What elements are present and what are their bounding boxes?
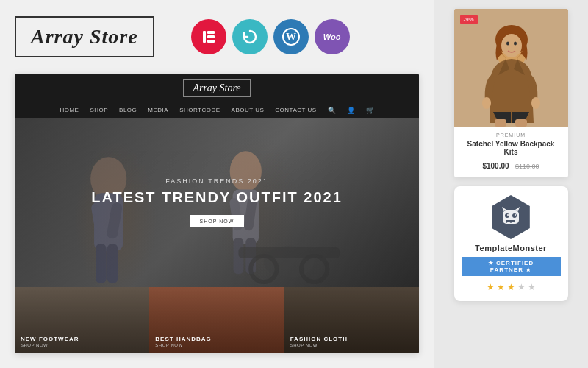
star-1: ★ [487, 282, 495, 292]
product-card: -9% [454, 9, 568, 177]
elementor-icon [191, 19, 226, 54]
logo-text: Array Store [31, 25, 138, 48]
tm-logo [489, 195, 533, 239]
svg-point-25 [531, 97, 540, 109]
product-price: $100.00 [482, 162, 509, 170]
store-preview: Array Store HOME SHOP BLOG MEDIA SHORTCO… [15, 74, 419, 353]
tm-monster-svg [499, 205, 523, 229]
svg-point-31 [514, 42, 517, 46]
product-info: PREMIUM Satchel Yellow Backpack Kits $10… [454, 127, 568, 177]
star-3: ★ [507, 282, 515, 292]
user-icon[interactable]: 👤 [347, 107, 355, 114]
brand-logo: Array Store [15, 16, 154, 57]
svg-rect-11 [107, 244, 118, 283]
svg-rect-1 [207, 31, 215, 34]
svg-rect-27 [515, 119, 527, 127]
woo-label: Woo [323, 32, 341, 41]
svg-rect-26 [495, 119, 506, 127]
wordpress-icon: W [273, 19, 309, 54]
search-icon[interactable]: 🔍 [328, 107, 336, 114]
tm-hexagon [489, 195, 533, 239]
menu-home[interactable]: HOME [60, 107, 79, 114]
menu-media[interactable]: MEDIA [148, 107, 168, 114]
product-discount-badge: -9% [460, 15, 478, 24]
product-category: PREMIUM [462, 132, 561, 138]
menu-shop[interactable]: SHOP [90, 107, 108, 114]
svg-rect-0 [203, 31, 206, 43]
svg-rect-3 [207, 40, 215, 43]
svg-rect-10 [96, 244, 107, 283]
menu-blog[interactable]: BLOG [119, 107, 137, 114]
star-2: ★ [497, 282, 505, 292]
plugin-icons-row: W Woo [191, 19, 350, 54]
top-header: Array Store [0, 0, 434, 74]
product-name: Satchel Yellow Backpack Kits [462, 140, 561, 156]
cat-handbag-label: BEST HANDBAG [155, 336, 211, 342]
category-footwear[interactable]: NEW FOOTWEAR SHOP NOW [15, 287, 149, 353]
product-image [454, 9, 568, 127]
svg-text:W: W [286, 32, 296, 43]
product-figure-svg [454, 9, 568, 127]
template-monster-badge: TemplateMonster ★ CERTIFIED PARTNER ★ ★ … [454, 186, 568, 301]
cat-footwear-sub: SHOP NOW [21, 343, 79, 347]
svg-point-24 [482, 97, 491, 109]
svg-point-12 [230, 151, 262, 191]
store-menu: HOME SHOP BLOG MEDIA SHORTCODE ABOUT US … [15, 103, 419, 118]
category-handbag[interactable]: BEST HANDBAG SHOP NOW [149, 287, 284, 353]
svg-rect-2 [207, 35, 215, 38]
svg-point-30 [506, 42, 509, 46]
tm-certified-label: ★ CERTIFIED PARTNER ★ [473, 260, 549, 273]
menu-contact[interactable]: CONTACT US [275, 107, 316, 114]
categories-row: NEW FOOTWEAR SHOP NOW BEST HANDBAG SHOP … [15, 287, 419, 353]
cart-icon[interactable]: 🛒 [366, 107, 374, 114]
tm-certified-banner: ★ CERTIFIED PARTNER ★ [462, 257, 561, 276]
category-fashion[interactable]: FASHION CLOTH SHOP NOW [284, 287, 419, 353]
shop-now-button[interactable]: SHOP NOW [190, 215, 245, 227]
svg-point-34 [512, 213, 517, 218]
store-nav-logo: Array Store [183, 79, 250, 97]
svg-rect-19 [238, 247, 340, 258]
tm-brand-name: TemplateMonster [475, 244, 547, 252]
cat-fashion-label: FASHION CLOTH [290, 336, 348, 342]
menu-shortcode[interactable]: SHORTCODE [179, 107, 220, 114]
cat-footwear-label: NEW FOOTWEAR [21, 336, 79, 342]
right-panel: -9% [434, 0, 588, 368]
main-content-area: Array Store [0, 0, 434, 368]
cat-fashion-sub: SHOP NOW [290, 343, 348, 347]
woocommerce-icon: Woo [315, 19, 350, 54]
hero-section: Fashion Trends 2021 LATEST TRENDY OUTFIT… [15, 118, 419, 287]
svg-point-33 [505, 213, 509, 218]
revolution-slider-icon [232, 19, 268, 54]
menu-about[interactable]: ABOUT US [232, 107, 265, 114]
svg-point-36 [514, 214, 516, 216]
svg-point-35 [507, 214, 509, 216]
hero-title: LATEST TRENDY OUTFIT 2021 [91, 189, 343, 206]
star-4-empty: ★ [517, 282, 526, 292]
svg-point-29 [501, 34, 522, 57]
hero-subtitle: Fashion Trends 2021 [165, 177, 268, 185]
product-original-price: $110.00 [515, 163, 539, 170]
star-5-empty: ★ [528, 282, 536, 292]
tm-star-rating: ★ ★ ★ ★ ★ [487, 282, 536, 292]
cat-handbag-sub: SHOP NOW [155, 343, 211, 347]
store-navbar: Array Store [15, 74, 419, 103]
